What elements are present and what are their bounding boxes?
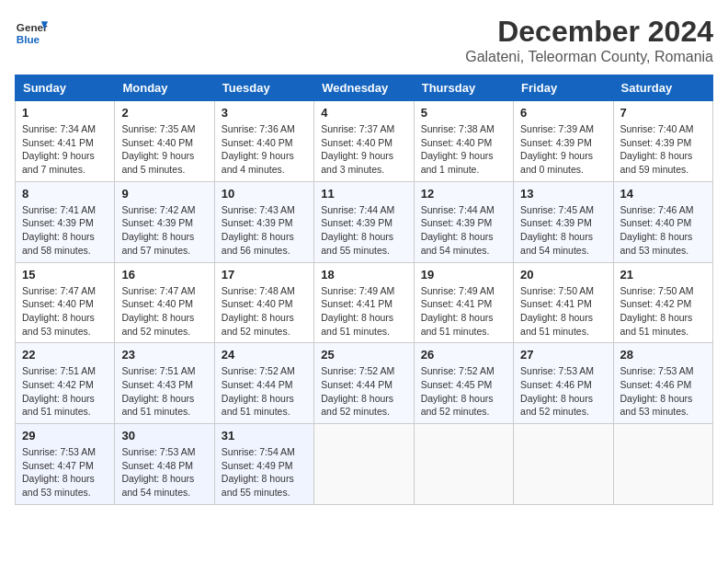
day-number: 7: [620, 106, 706, 120]
day-of-week-header: Sunday: [16, 75, 115, 101]
calendar-cell: 27 Sunrise: 7:53 AMSunset: 4:46 PMDaylig…: [514, 343, 613, 424]
calendar-cell: 30 Sunrise: 7:53 AMSunset: 4:48 PMDaylig…: [115, 424, 214, 505]
calendar-body: 1 Sunrise: 7:34 AMSunset: 4:41 PMDayligh…: [16, 101, 713, 505]
day-info: Sunrise: 7:54 AMSunset: 4:49 PMDaylight:…: [222, 446, 295, 498]
day-number: 4: [321, 106, 406, 120]
day-info: Sunrise: 7:49 AMSunset: 4:41 PMDaylight:…: [321, 285, 394, 337]
day-info: Sunrise: 7:44 AMSunset: 4:39 PMDaylight:…: [321, 204, 394, 256]
day-info: Sunrise: 7:48 AMSunset: 4:40 PMDaylight:…: [222, 285, 295, 337]
day-number: 30: [121, 429, 207, 442]
calendar-cell: 13 Sunrise: 7:45 AMSunset: 4:39 PMDaylig…: [514, 181, 613, 262]
day-number: 23: [121, 348, 207, 362]
day-number: 5: [421, 106, 506, 120]
day-number: 19: [421, 268, 506, 282]
day-info: Sunrise: 7:35 AMSunset: 4:40 PMDaylight:…: [121, 123, 195, 175]
day-number: 2: [121, 106, 207, 120]
day-number: 11: [321, 187, 406, 201]
calendar-week-row: 29 Sunrise: 7:53 AMSunset: 4:47 PMDaylig…: [16, 424, 713, 505]
days-of-week-row: SundayMondayTuesdayWednesdayThursdayFrid…: [16, 75, 713, 101]
day-number: 9: [121, 187, 207, 201]
calendar-cell: [613, 424, 712, 505]
svg-text:Blue: Blue: [17, 33, 40, 45]
calendar-cell: 7 Sunrise: 7:40 AMSunset: 4:39 PMDayligh…: [613, 101, 712, 182]
calendar-cell: 28 Sunrise: 7:53 AMSunset: 4:46 PMDaylig…: [613, 343, 712, 424]
day-number: 12: [421, 187, 506, 201]
day-info: Sunrise: 7:47 AMSunset: 4:40 PMDaylight:…: [121, 285, 195, 337]
day-number: 8: [22, 187, 108, 201]
day-number: 13: [520, 187, 606, 201]
calendar-cell: [314, 424, 414, 505]
day-info: Sunrise: 7:51 AMSunset: 4:42 PMDaylight:…: [22, 365, 96, 417]
day-number: 16: [121, 268, 207, 282]
calendar-cell: 16 Sunrise: 7:47 AMSunset: 4:40 PMDaylig…: [115, 262, 214, 343]
day-number: 3: [222, 106, 307, 120]
day-info: Sunrise: 7:39 AMSunset: 4:39 PMDaylight:…: [520, 123, 594, 175]
day-info: Sunrise: 7:52 AMSunset: 4:44 PMDaylight:…: [222, 365, 295, 417]
calendar-cell: 21 Sunrise: 7:50 AMSunset: 4:42 PMDaylig…: [613, 262, 712, 343]
day-info: Sunrise: 7:53 AMSunset: 4:46 PMDaylight:…: [520, 365, 594, 417]
day-number: 25: [321, 348, 406, 362]
calendar-cell: 19 Sunrise: 7:49 AMSunset: 4:41 PMDaylig…: [414, 262, 513, 343]
title-area: December 2024 Galateni, Teleorman County…: [465, 15, 713, 65]
day-info: Sunrise: 7:43 AMSunset: 4:39 PMDaylight:…: [222, 204, 295, 256]
calendar-cell: 22 Sunrise: 7:51 AMSunset: 4:42 PMDaylig…: [16, 343, 115, 424]
day-number: 29: [22, 429, 108, 442]
day-info: Sunrise: 7:53 AMSunset: 4:48 PMDaylight:…: [121, 446, 195, 498]
day-info: Sunrise: 7:50 AMSunset: 4:42 PMDaylight:…: [620, 285, 694, 337]
calendar-cell: 17 Sunrise: 7:48 AMSunset: 4:40 PMDaylig…: [214, 262, 313, 343]
calendar-cell: 29 Sunrise: 7:53 AMSunset: 4:47 PMDaylig…: [16, 424, 115, 505]
calendar-cell: 5 Sunrise: 7:38 AMSunset: 4:40 PMDayligh…: [414, 101, 513, 182]
day-number: 24: [222, 348, 307, 362]
day-of-week-header: Thursday: [414, 75, 513, 101]
calendar-cell: 31 Sunrise: 7:54 AMSunset: 4:49 PMDaylig…: [214, 424, 313, 505]
calendar-cell: 12 Sunrise: 7:44 AMSunset: 4:39 PMDaylig…: [414, 181, 513, 262]
calendar-cell: 2 Sunrise: 7:35 AMSunset: 4:40 PMDayligh…: [115, 101, 214, 182]
day-info: Sunrise: 7:44 AMSunset: 4:39 PMDaylight:…: [421, 204, 495, 256]
day-info: Sunrise: 7:50 AMSunset: 4:41 PMDaylight:…: [520, 285, 594, 337]
day-number: 15: [22, 268, 108, 282]
day-of-week-header: Monday: [115, 75, 214, 101]
day-info: Sunrise: 7:38 AMSunset: 4:40 PMDaylight:…: [421, 123, 495, 175]
day-number: 14: [620, 187, 706, 201]
calendar-week-row: 1 Sunrise: 7:34 AMSunset: 4:41 PMDayligh…: [16, 101, 713, 182]
day-info: Sunrise: 7:53 AMSunset: 4:47 PMDaylight:…: [22, 446, 96, 498]
day-info: Sunrise: 7:49 AMSunset: 4:41 PMDaylight:…: [421, 285, 495, 337]
calendar-cell: 8 Sunrise: 7:41 AMSunset: 4:39 PMDayligh…: [16, 181, 115, 262]
day-info: Sunrise: 7:36 AMSunset: 4:40 PMDaylight:…: [222, 123, 295, 175]
day-number: 20: [520, 268, 606, 282]
calendar-cell: 18 Sunrise: 7:49 AMSunset: 4:41 PMDaylig…: [314, 262, 414, 343]
day-of-week-header: Saturday: [613, 75, 712, 101]
calendar-cell: [414, 424, 513, 505]
day-info: Sunrise: 7:46 AMSunset: 4:40 PMDaylight:…: [620, 204, 694, 256]
day-info: Sunrise: 7:37 AMSunset: 4:40 PMDaylight:…: [321, 123, 394, 175]
day-of-week-header: Tuesday: [214, 75, 313, 101]
day-info: Sunrise: 7:52 AMSunset: 4:44 PMDaylight:…: [321, 365, 394, 417]
calendar-cell: 4 Sunrise: 7:37 AMSunset: 4:40 PMDayligh…: [314, 101, 414, 182]
day-number: 22: [22, 348, 108, 362]
day-number: 21: [620, 268, 706, 282]
day-number: 17: [222, 268, 307, 282]
calendar-cell: 25 Sunrise: 7:52 AMSunset: 4:44 PMDaylig…: [314, 343, 414, 424]
calendar-cell: 1 Sunrise: 7:34 AMSunset: 4:41 PMDayligh…: [16, 101, 115, 182]
day-number: 26: [421, 348, 506, 362]
calendar-cell: [514, 424, 613, 505]
calendar-cell: 20 Sunrise: 7:50 AMSunset: 4:41 PMDaylig…: [514, 262, 613, 343]
calendar-cell: 23 Sunrise: 7:51 AMSunset: 4:43 PMDaylig…: [115, 343, 214, 424]
day-info: Sunrise: 7:40 AMSunset: 4:39 PMDaylight:…: [620, 123, 694, 175]
day-number: 10: [222, 187, 307, 201]
day-number: 28: [620, 348, 706, 362]
day-number: 18: [321, 268, 406, 282]
day-info: Sunrise: 7:41 AMSunset: 4:39 PMDaylight:…: [22, 204, 96, 256]
calendar-cell: 6 Sunrise: 7:39 AMSunset: 4:39 PMDayligh…: [514, 101, 613, 182]
calendar-cell: 10 Sunrise: 7:43 AMSunset: 4:39 PMDaylig…: [214, 181, 313, 262]
calendar-cell: 15 Sunrise: 7:47 AMSunset: 4:40 PMDaylig…: [16, 262, 115, 343]
day-info: Sunrise: 7:34 AMSunset: 4:41 PMDaylight:…: [22, 123, 96, 175]
day-info: Sunrise: 7:51 AMSunset: 4:43 PMDaylight:…: [121, 365, 195, 417]
day-info: Sunrise: 7:42 AMSunset: 4:39 PMDaylight:…: [121, 204, 195, 256]
day-of-week-header: Friday: [514, 75, 613, 101]
logo-icon: General Blue: [15, 15, 48, 48]
calendar-cell: 24 Sunrise: 7:52 AMSunset: 4:44 PMDaylig…: [214, 343, 313, 424]
day-number: 1: [22, 106, 108, 120]
calendar-cell: 9 Sunrise: 7:42 AMSunset: 4:39 PMDayligh…: [115, 181, 214, 262]
day-number: 6: [520, 106, 606, 120]
